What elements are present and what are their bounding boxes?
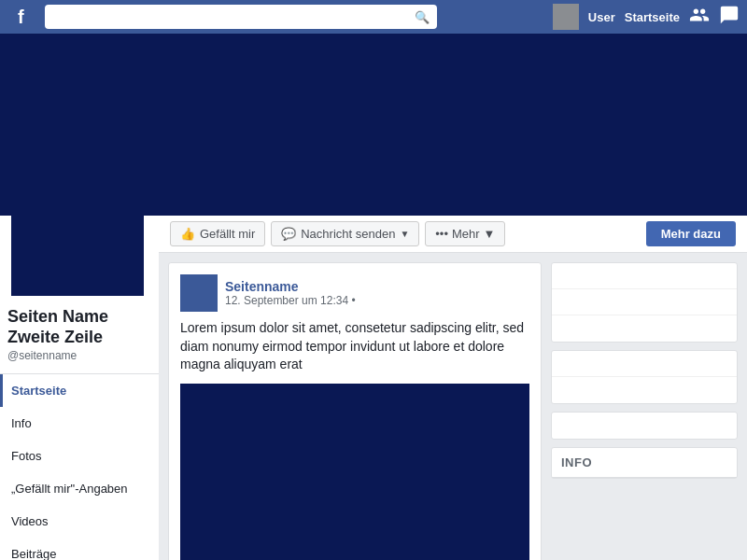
sidebar-line bbox=[552, 315, 737, 342]
sidebar-item-videos[interactable]: Videos bbox=[0, 505, 159, 538]
page-name: Seiten Name Zweite Zeile bbox=[0, 300, 159, 349]
info-header: INFO bbox=[552, 448, 737, 478]
svg-rect-0 bbox=[13, 6, 35, 28]
message-arrow-icon: ▼ bbox=[400, 229, 409, 239]
svg-text:f: f bbox=[18, 7, 24, 27]
search-bar[interactable]: 🔍 bbox=[45, 5, 437, 29]
action-bar: 👍 Gefällt mir 💬 Nachricht senden ▼ ••• M… bbox=[159, 216, 747, 253]
chat-icon[interactable] bbox=[719, 5, 740, 30]
info-block: INFO bbox=[551, 447, 738, 479]
page-name-line2: Zweite Zeile bbox=[7, 328, 151, 348]
sidebar-line bbox=[552, 377, 737, 403]
avatar bbox=[553, 4, 579, 30]
post-image bbox=[180, 384, 529, 560]
more-label: Mehr bbox=[452, 227, 480, 241]
more-button[interactable]: ••• Mehr ▼ bbox=[425, 221, 505, 246]
sidebar-block-2 bbox=[551, 350, 738, 404]
search-input[interactable] bbox=[52, 10, 415, 24]
sidebar-item-beitraege[interactable]: Beiträge bbox=[0, 538, 159, 560]
sidebar-line bbox=[552, 289, 737, 315]
sidebar-item-info[interactable]: Info bbox=[0, 407, 159, 440]
posts-main: Seitenname 12. September um 12:34 • Lore… bbox=[168, 262, 542, 560]
post-header: Seitenname 12. September um 12:34 • bbox=[180, 274, 529, 312]
sidebar-navigation: Startseite Info Fotos „Gefällt mir"-Anga… bbox=[0, 373, 159, 560]
post-text: Lorem ipsum dolor sit amet, consetetur s… bbox=[180, 319, 529, 374]
username-link[interactable]: User bbox=[588, 10, 615, 24]
sidebar-line bbox=[552, 263, 737, 289]
home-link[interactable]: Startseite bbox=[625, 10, 680, 24]
page-handle: @seitenname bbox=[0, 349, 159, 370]
sidebar-block-1 bbox=[551, 262, 738, 343]
like-button[interactable]: 👍 Gefällt mir bbox=[170, 221, 265, 246]
post-card: Seitenname 12. September um 12:34 • Lore… bbox=[168, 262, 542, 560]
posts-right-sidebar: INFO bbox=[551, 262, 738, 560]
message-label: Nachricht senden bbox=[301, 227, 395, 241]
page-name-line1: Seiten Name bbox=[7, 307, 151, 328]
sidebar-item-startseite[interactable]: Startseite bbox=[0, 374, 159, 407]
nav-right: User Startseite bbox=[553, 4, 740, 30]
sidebar-line bbox=[552, 413, 737, 439]
mehr-dazu-button[interactable]: Mehr dazu bbox=[646, 221, 736, 246]
left-sidebar: Seiten Name Zweite Zeile @seitenname Sta… bbox=[0, 216, 159, 560]
post-date: 12. September um 12:34 • bbox=[225, 294, 356, 307]
posts-area: Seitenname 12. September um 12:34 • Lore… bbox=[159, 253, 747, 560]
like-icon: 👍 bbox=[180, 227, 195, 241]
post-meta: Seitenname 12. September um 12:34 • bbox=[225, 279, 356, 307]
more-arrow-icon: ▼ bbox=[484, 227, 496, 241]
page-layout: Seiten Name Zweite Zeile @seitenname Sta… bbox=[0, 216, 747, 560]
search-icon: 🔍 bbox=[415, 10, 430, 24]
sidebar-line bbox=[552, 351, 737, 377]
dots-icon: ••• bbox=[435, 227, 448, 241]
message-button[interactable]: 💬 Nachricht senden ▼ bbox=[271, 221, 419, 246]
content-area: 👍 Gefällt mir 💬 Nachricht senden ▼ ••• M… bbox=[159, 216, 747, 560]
friends-icon[interactable] bbox=[689, 5, 710, 30]
cover-photo bbox=[0, 34, 747, 216]
facebook-logo: f bbox=[7, 0, 41, 34]
top-navigation: f 🔍 User Startseite bbox=[0, 0, 747, 34]
sidebar-block-3 bbox=[551, 412, 738, 440]
message-icon: 💬 bbox=[281, 227, 296, 241]
sidebar-item-fotos[interactable]: Fotos bbox=[0, 440, 159, 472]
like-label: Gefällt mir bbox=[200, 227, 255, 241]
main-wrapper: Seiten Name Zweite Zeile @seitenname Sta… bbox=[0, 34, 747, 560]
sidebar-item-likes[interactable]: „Gefällt mir"-Angaben bbox=[0, 472, 159, 505]
post-author-avatar bbox=[180, 274, 218, 312]
post-author-name[interactable]: Seitenname bbox=[225, 279, 356, 294]
